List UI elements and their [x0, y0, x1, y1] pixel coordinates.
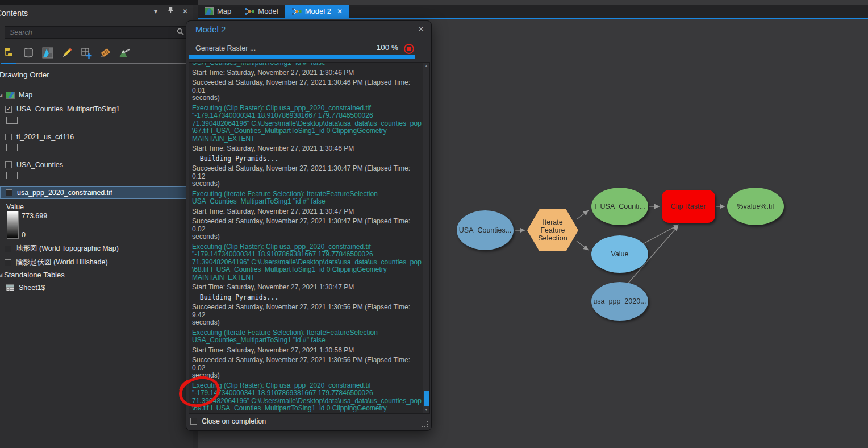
log-entry: Succeeded at Saturday, November 27, 2021…	[192, 304, 422, 327]
pin-icon[interactable]	[166, 7, 175, 15]
close-on-completion-label: Close on completion	[202, 417, 266, 425]
layer-symbol-swatch[interactable]	[6, 117, 18, 124]
tab-map[interactable]: Map	[198, 5, 238, 18]
log-entry: Start Time: Saturday, November 27, 2021 …	[192, 69, 422, 77]
color-ramp	[7, 211, 19, 239]
progress-bar	[189, 55, 415, 59]
tree-item-basemap[interactable]: 地形図 (World Topographic Map)	[5, 244, 119, 254]
log-lines: USA_Counties_MultipartToSing1 "id #" fal…	[192, 64, 422, 414]
standalone-tables-header[interactable]: ◢ Standalone Tables	[4, 271, 65, 279]
log-entry: Start Time: Saturday, November 27, 2021 …	[192, 347, 422, 355]
layer-checkbox[interactable]	[5, 161, 12, 168]
dialog-title: Model 2	[195, 24, 226, 34]
chevron-down-icon[interactable]: ▾	[151, 7, 160, 15]
layer-tree: ◢ Map USA_Counties_MultipartToSing1 tl_2…	[0, 88, 193, 446]
log-entry: Building Pyramids...	[192, 155, 422, 163]
app-window: Contents ▾ ✕	[0, 0, 868, 448]
tab-model-2[interactable]: Model 2 ✕	[285, 5, 349, 18]
drawing-order-title: Drawing Order	[0, 70, 49, 79]
tree-item-map[interactable]: ◢ Map	[6, 91, 32, 99]
scrollbar-thumb[interactable]	[424, 391, 429, 406]
model-progress-dialog: Model 2 ✕ Generate Raster ... 100 % USA_…	[186, 20, 432, 431]
search-input[interactable]	[5, 28, 177, 36]
model-node-selected-features[interactable]: I_USA_Counti...	[591, 188, 648, 225]
legend-field-label: Value	[6, 203, 24, 211]
list-by-selection-icon[interactable]	[40, 44, 55, 61]
list-by-drawing-order-icon[interactable]	[1, 44, 16, 61]
layer-checkbox[interactable]	[5, 106, 12, 113]
toolbar-active-underline	[0, 63, 193, 64]
search-icon[interactable]	[177, 27, 184, 38]
log-entry: Executing (Clip Raster): Clip usa_ppp_20…	[192, 243, 422, 282]
layer-label: usa_ppp_2020_constrained.tif	[17, 189, 112, 197]
table-label: Sheet1$	[19, 284, 45, 292]
ramp-min-value: 0	[22, 231, 26, 239]
log-scrollbar[interactable]: ▲ ▼	[423, 63, 429, 413]
log-entry: Start Time: Saturday, November 27, 2021 …	[192, 284, 422, 292]
layer-label: USA_Counties_MultipartToSing1	[16, 105, 120, 113]
list-by-data-source-icon[interactable]	[20, 44, 36, 61]
map-label: Map	[19, 91, 32, 99]
close-on-completion-checkbox[interactable]	[190, 418, 197, 425]
dialog-footer: Close on completion	[190, 417, 266, 425]
list-by-label-class-icon[interactable]	[98, 44, 113, 61]
layer-label: USA_Counties	[16, 161, 63, 169]
log-entry: Succeeded at Saturday, November 27, 2021…	[192, 165, 422, 188]
tree-item-layer[interactable]: tl_2021_us_cd116	[5, 133, 74, 141]
layer-checkbox[interactable]	[5, 259, 11, 266]
tree-item-layer-selected[interactable]: usa_ppp_2020_constrained.tif	[0, 186, 189, 199]
table-icon	[6, 284, 14, 291]
model-node-clip-raster-tool[interactable]: Clip Raster	[662, 190, 715, 223]
tree-item-table[interactable]: Sheet1$	[6, 284, 45, 292]
tab-close-icon[interactable]: ✕	[337, 7, 343, 15]
map-icon	[6, 92, 15, 99]
tab-model[interactable]: Model	[238, 5, 285, 18]
basemap-label: 地形図 (World Topographic Map)	[16, 244, 119, 254]
layer-symbol-swatch[interactable]	[6, 144, 18, 151]
model-node-input-features[interactable]: USA_Counties...	[457, 210, 514, 250]
log-entry: Building Pyramids...	[192, 294, 422, 302]
log-entry: Executing (Iterate Feature Selection): I…	[192, 329, 422, 345]
geoprocessing-log[interactable]: USA_Counties_MultipartToSing1 "id #" fal…	[189, 62, 430, 414]
progress-percent: 100 %	[377, 43, 398, 52]
log-entry: Executing (Iterate Feature Selection): I…	[192, 190, 422, 206]
contents-panel: Contents ▾ ✕	[0, 5, 193, 448]
log-entry: Succeeded at Saturday, November 27, 2021…	[192, 218, 422, 241]
tree-item-layer[interactable]: USA_Counties	[5, 161, 63, 169]
list-by-imagery-icon[interactable]	[117, 44, 132, 61]
current-task-label: Generate Raster ...	[195, 44, 256, 52]
model-node-output-raster[interactable]: %value%.tif	[727, 188, 784, 225]
contents-panel-header: Contents ▾ ✕	[0, 5, 193, 22]
resize-grip[interactable]	[422, 421, 428, 427]
basemap-label: 陰影起伏図 (World Hillshade)	[16, 258, 108, 267]
stop-button[interactable]	[404, 44, 414, 54]
layer-checkbox[interactable]	[6, 189, 12, 196]
model-node-value[interactable]: Value	[591, 235, 648, 273]
dialog-close-icon[interactable]: ✕	[418, 24, 424, 34]
log-entry: USA_Counties_MultipartToSing1 "id #" fal…	[192, 62, 422, 67]
tree-item-layer[interactable]: USA_Counties_MultipartToSing1	[5, 105, 120, 113]
model-node-input-raster[interactable]: usa_ppp_2020...	[591, 282, 648, 321]
list-by-editing-icon[interactable]	[59, 44, 74, 61]
close-icon[interactable]: ✕	[181, 7, 190, 15]
log-entry: Succeeded at Saturday, November 27, 2021…	[192, 79, 422, 102]
log-entry: Start Time: Saturday, November 27, 2021 …	[192, 208, 422, 216]
log-entry: Succeeded at Saturday, November 27, 2021…	[192, 356, 422, 380]
scroll-down-icon[interactable]: ▼	[423, 406, 429, 413]
search-box	[5, 26, 189, 39]
layer-label: tl_2021_us_cd116	[16, 133, 74, 141]
contents-toolbar	[1, 44, 132, 61]
progress-bar-fill	[189, 55, 415, 59]
view-tabbar: Map Model Model 2 ✕	[198, 5, 868, 18]
log-entry: Executing (Clip Raster): Clip usa_ppp_20…	[192, 382, 422, 414]
layer-checkbox[interactable]	[5, 134, 12, 140]
tree-item-basemap[interactable]: 陰影起伏図 (World Hillshade)	[5, 258, 108, 267]
layer-checkbox[interactable]	[5, 246, 11, 252]
list-by-labeling-icon[interactable]	[78, 44, 94, 61]
log-entry: Start Time: Saturday, November 27, 2021 …	[192, 145, 422, 153]
ramp-max-value: 773.699	[22, 212, 47, 220]
layer-symbol-swatch[interactable]	[6, 172, 18, 179]
panel-title: Contents	[0, 9, 28, 18]
scroll-up-icon[interactable]: ▲	[423, 63, 429, 69]
log-entry: Executing (Clip Raster): Clip usa_ppp_20…	[192, 105, 422, 143]
